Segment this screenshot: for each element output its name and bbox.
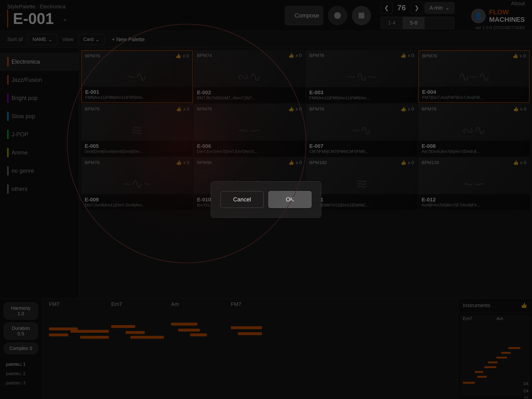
dialog-overlay: Cancel OK [0,0,532,399]
wheel-visual [67,24,306,263]
dialog-ok-button[interactable]: OK [268,191,311,208]
dialog: Cancel OK [211,181,321,218]
dialog-buttons: Cancel OK [221,191,311,208]
dialog-cancel-button[interactable]: Cancel [221,191,264,208]
